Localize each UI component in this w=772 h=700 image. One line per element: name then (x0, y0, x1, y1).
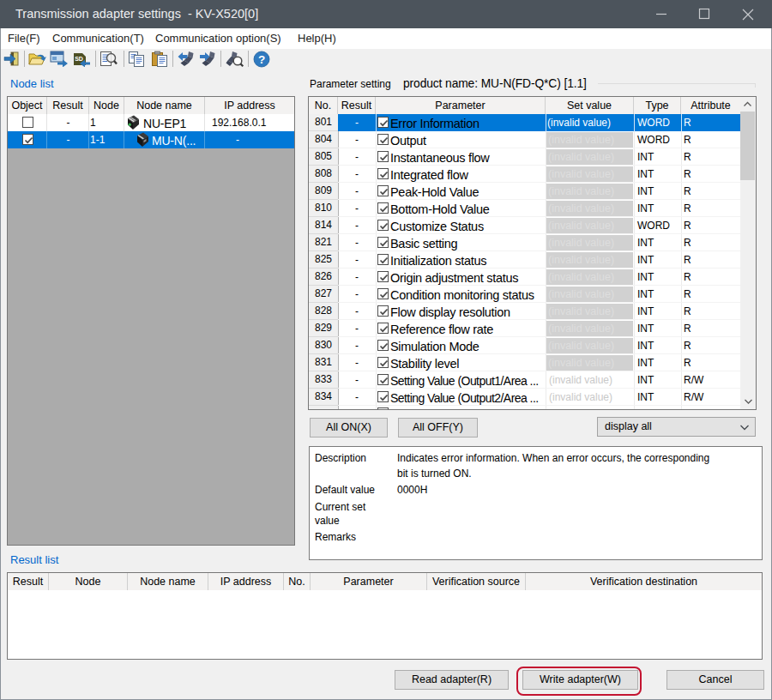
svg-text:?: ? (258, 53, 265, 66)
svg-text:SD: SD (75, 56, 83, 62)
